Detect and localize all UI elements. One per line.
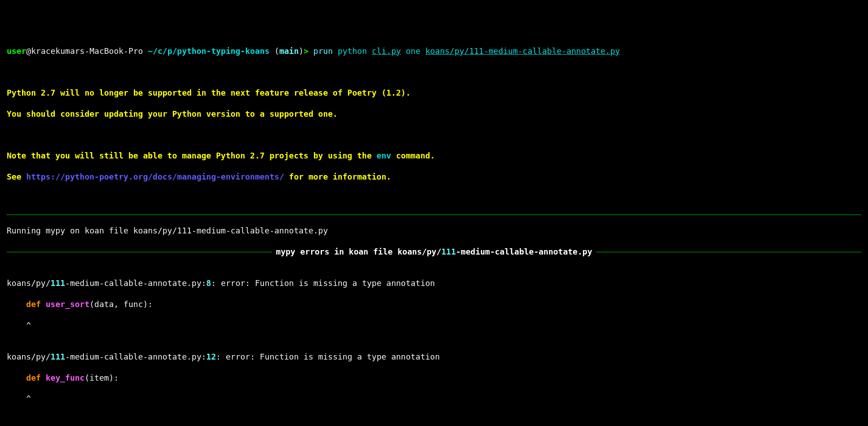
prompt-arrow: >	[304, 46, 308, 56]
prompt-branch-close: )	[299, 46, 304, 56]
separator-line	[7, 214, 861, 215]
cmd-prun: prun	[313, 46, 333, 56]
warning-line-2: You should consider updating your Python…	[7, 109, 861, 119]
caret-line: ^	[7, 393, 861, 404]
caret-line: ^	[7, 320, 861, 330]
prompt-branch: main	[279, 46, 299, 56]
error-line: koans/py/111-medium-callable-annotate.py…	[7, 278, 861, 288]
prompt-branch-open: (	[269, 46, 279, 56]
blank-line	[7, 66, 861, 77]
prompt-host: kracekumars-MacBook-Pro	[31, 46, 143, 56]
prompt-at: @	[26, 46, 31, 56]
warning-line-1: Python 2.7 will no longer be supported i…	[7, 88, 861, 98]
blank-line	[7, 193, 861, 203]
cmd-cli: cli.py	[372, 46, 401, 56]
running-line: Running mypy on koan file koans/py/111-m…	[7, 225, 861, 236]
prompt-line-1[interactable]: user@kracekumars-MacBook-Pro ~/c/p/pytho…	[7, 46, 861, 56]
warning-line-3: Note that you will still be able to mana…	[7, 150, 861, 161]
code-line: def key_func(item):	[7, 373, 861, 383]
blank-line	[7, 130, 861, 140]
poetry-link[interactable]: https://python-poetry.org/docs/managing-…	[26, 172, 284, 181]
cmd-file: koans/py/111-medium-callable-annotate.py	[425, 46, 620, 56]
prompt-user: user	[7, 46, 26, 56]
cmd-python: python	[338, 46, 367, 56]
header-separator: mypy errors in koan file koans/py/111-me…	[7, 246, 861, 257]
code-line: def user_sort(data, func):	[7, 299, 861, 309]
warning-line-4: See https://python-poetry.org/docs/manag…	[7, 171, 861, 182]
cmd-one: one	[406, 46, 421, 56]
prompt-path: ~/c/p/python-typing-koans	[148, 46, 269, 56]
error-line: koans/py/111-medium-callable-annotate.py…	[7, 351, 861, 362]
header-title: mypy errors in koan file koans/py/111-me…	[272, 246, 595, 257]
